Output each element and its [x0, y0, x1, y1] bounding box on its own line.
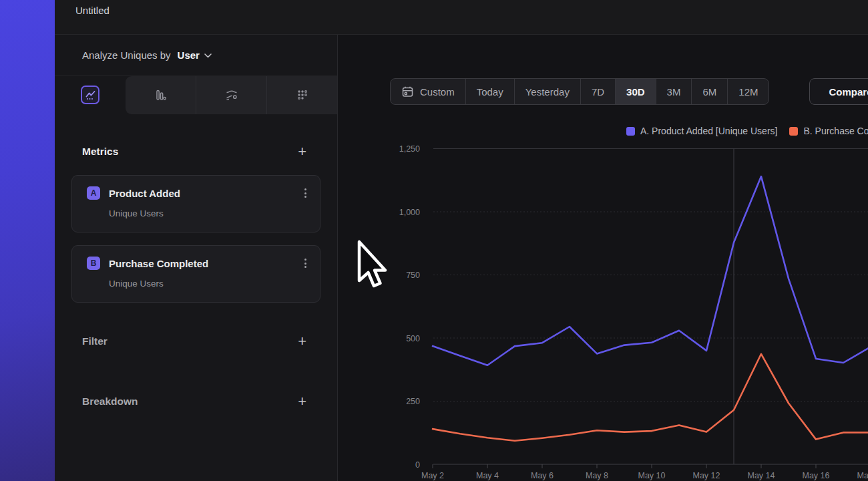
y-axis-label: 1,250 — [399, 144, 420, 154]
bar-chart-icon — [154, 89, 167, 102]
line-chart[interactable]: 02505007501,0001,250May 2May 4May 6May 8… — [338, 35, 868, 481]
top-bar: Untitled — [55, 0, 868, 35]
metric-card-product-added[interactable]: A Product Added Unique Users — [71, 175, 320, 232]
x-axis-label: May 8 — [586, 471, 608, 480]
metric-measurement[interactable]: Unique Users — [109, 208, 308, 218]
analyze-entity-value: User — [178, 49, 200, 61]
breakdown-title: Breakdown — [82, 395, 138, 408]
x-axis-label: May 2 — [421, 471, 444, 480]
x-axis-label: May 16 — [803, 471, 830, 480]
tab-bar-chart[interactable] — [126, 76, 196, 114]
metric-name: Product Added — [109, 188, 180, 199]
tab-flow[interactable] — [196, 76, 266, 114]
series-line[interactable] — [433, 354, 868, 441]
line-chart-icon — [85, 90, 96, 101]
left-gradient-strip — [0, 0, 55, 481]
analyze-row: Analyze Uniques by User — [55, 35, 337, 75]
metrics-header: Metrics + — [55, 140, 337, 163]
add-filter-button[interactable]: + — [298, 335, 306, 347]
view-tab-strip — [126, 76, 337, 114]
add-breakdown-button[interactable]: + — [298, 395, 306, 408]
y-axis-label: 750 — [406, 271, 420, 280]
analyze-entity-dropdown[interactable]: User — [178, 49, 212, 61]
x-axis-label: May 18 — [857, 471, 868, 480]
query-sidebar: Analyze Uniques by User — [55, 35, 337, 481]
breakdown-section: Breakdown + — [55, 390, 337, 413]
analytics-app: { "window": { "title": "Untitled" }, "si… — [0, 0, 868, 481]
y-axis-label: 500 — [406, 334, 420, 343]
metric-badge-b: B — [87, 257, 100, 270]
grid-dots-icon — [296, 89, 308, 102]
x-axis-label: May 6 — [531, 471, 554, 480]
chevron-down-icon — [204, 53, 212, 58]
metric-badge-a: A — [87, 186, 100, 200]
add-metric-button[interactable]: + — [298, 146, 306, 158]
chart-pane: CustomTodayYesterday7D30D3M6M12M Compare… — [337, 35, 868, 481]
y-axis-label: 0 — [415, 460, 420, 470]
kebab-menu-icon[interactable] — [303, 256, 308, 271]
metrics-title: Metrics — [82, 146, 118, 158]
x-axis-label: May 12 — [693, 471, 720, 480]
flow-icon — [225, 89, 238, 102]
filter-section: Filter + — [55, 330, 337, 353]
series-line[interactable] — [433, 176, 868, 365]
metric-card-purchase-completed[interactable]: B Purchase Completed Unique Users — [71, 245, 320, 303]
view-tabs — [55, 76, 337, 114]
filter-title: Filter — [82, 335, 107, 347]
y-axis-label: 1,000 — [399, 208, 420, 217]
metric-measurement[interactable]: Unique Users — [109, 279, 308, 289]
metric-name: Purchase Completed — [109, 258, 208, 269]
tab-line-chart-selected[interactable] — [81, 86, 99, 104]
kebab-menu-icon[interactable] — [303, 186, 308, 200]
tab-grid[interactable] — [266, 76, 337, 114]
x-axis-label: May 4 — [476, 471, 499, 480]
x-axis-label: May 10 — [638, 471, 666, 480]
report-title: Untitled — [75, 5, 110, 16]
analyze-label: Analyze Uniques by — [82, 49, 171, 61]
x-axis-label: May 14 — [748, 471, 775, 480]
y-axis-label: 250 — [406, 397, 420, 406]
